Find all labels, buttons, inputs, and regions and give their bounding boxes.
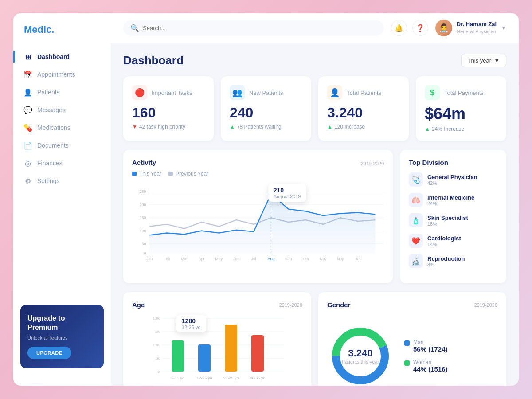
woman-value: 44% (1516) bbox=[413, 365, 448, 373]
donut-total: 3.240 bbox=[342, 348, 379, 359]
sidebar-item-appointments[interactable]: 📅 Appointments bbox=[13, 66, 111, 83]
svg-text:Oct: Oct bbox=[303, 257, 309, 261]
sidebar-item-settings[interactable]: ⚙ Settings bbox=[13, 172, 111, 190]
search-bar[interactable]: 🔍 bbox=[123, 20, 384, 36]
donut-label: 3.240 Patients this year bbox=[342, 348, 379, 364]
arrow-up-icon: ▲ bbox=[425, 126, 430, 132]
man-color-dot bbox=[404, 340, 410, 346]
content: Dashboard This year ▼ 🔴 Important Tasks … bbox=[111, 43, 519, 386]
sidebar-item-label: Appointments bbox=[37, 71, 75, 78]
woman-label: Woman bbox=[413, 359, 448, 365]
medications-icon: 💊 bbox=[24, 124, 32, 132]
main-area: 🔍 🔔 ❓ 👨‍⚕️ Dr. Hamam Zai General Physici… bbox=[111, 13, 519, 386]
arrow-down-icon: ▼ bbox=[132, 124, 137, 130]
sidebar-item-documents[interactable]: 📄 Documents bbox=[13, 137, 111, 154]
division-pct: 18% bbox=[427, 221, 468, 227]
total-patients-sub: ▲ 120 Increase bbox=[327, 124, 400, 130]
svg-text:46-65 yo: 46-65 yo bbox=[250, 376, 265, 380]
gender-item-man: Man 56% (1724) bbox=[404, 339, 448, 353]
sidebar-nav: ⊞ Dashboard 📅 Appointments 👤 Patients 💬 … bbox=[13, 48, 111, 298]
top-division-card: Top Division 🩺 General Physician 42% 🫁 I… bbox=[400, 150, 506, 283]
sidebar-item-finances[interactable]: ◎ Finances bbox=[13, 154, 111, 172]
donut-sub: Patients this year bbox=[342, 359, 379, 364]
legend-dot-this-year bbox=[132, 172, 137, 176]
skin-specialist-icon: 🧴 bbox=[409, 213, 423, 227]
important-tasks-label: Important Tasks bbox=[152, 90, 192, 96]
period-select[interactable]: This year ▼ bbox=[461, 54, 506, 67]
svg-text:150: 150 bbox=[140, 215, 146, 220]
period-label: This year bbox=[468, 57, 491, 64]
svg-text:250: 250 bbox=[140, 189, 146, 194]
upgrade-button[interactable]: UPGRADE bbox=[27, 347, 71, 359]
svg-text:2.5K: 2.5K bbox=[153, 317, 160, 321]
svg-text:12-25 yo: 12-25 yo bbox=[196, 376, 212, 380]
gender-year: 2019-2020 bbox=[474, 302, 497, 308]
total-patients-icon: 👤 bbox=[327, 85, 342, 100]
important-tasks-sub: ▼ 42 task high priority bbox=[132, 124, 205, 130]
activity-chart-card: Activity 2019-2020 This Year Previous Ye… bbox=[123, 150, 393, 283]
svg-text:Dec: Dec bbox=[354, 257, 361, 261]
sidebar-item-medications[interactable]: 💊 Medications bbox=[13, 119, 111, 137]
notifications-button[interactable]: 🔔 bbox=[391, 20, 407, 36]
sidebar-item-dashboard[interactable]: ⊞ Dashboard bbox=[13, 48, 111, 66]
age-title: Age bbox=[132, 301, 145, 309]
stat-card-total-payments: $ Total Payments $64m ▲ 24% Increase bbox=[416, 76, 506, 141]
bell-icon: 🔔 bbox=[395, 24, 403, 32]
division-item-internal: 🫁 Internal Medicine 24% bbox=[409, 193, 497, 207]
chart-legend: This Year Previous Year bbox=[132, 171, 384, 177]
new-patients-icon: 👥 bbox=[230, 85, 245, 100]
header: 🔍 🔔 ❓ 👨‍⚕️ Dr. Hamam Zai General Physici… bbox=[111, 13, 519, 43]
dashboard-icon: ⊞ bbox=[24, 53, 32, 61]
legend-dot-prev-year bbox=[168, 172, 173, 176]
stats-row: 🔴 Important Tasks 160 ▼ 42 task high pri… bbox=[123, 76, 506, 141]
patients-icon: 👤 bbox=[24, 88, 32, 96]
division-name: Reproduction bbox=[427, 255, 465, 262]
division-pct: 8% bbox=[427, 262, 465, 267]
svg-text:5-11 yo: 5-11 yo bbox=[171, 376, 184, 380]
top-division-title: Top Division bbox=[409, 159, 497, 166]
division-item-repro: 🔬 Reproduction 8% bbox=[409, 254, 497, 268]
user-name: Dr. Hamam Zai bbox=[457, 21, 497, 28]
svg-text:1K: 1K bbox=[155, 356, 160, 360]
division-pct: 14% bbox=[427, 242, 461, 247]
payments-icon: $ bbox=[425, 85, 440, 100]
age-year: 2019-2020 bbox=[279, 302, 302, 308]
chevron-down-icon: ▼ bbox=[494, 57, 500, 64]
header-icons: 🔔 ❓ bbox=[391, 20, 428, 36]
sidebar-item-patients[interactable]: 👤 Patients bbox=[13, 83, 111, 101]
total-patients-value: 3.240 bbox=[327, 105, 400, 121]
division-name: Cardiologist bbox=[427, 235, 461, 242]
svg-text:0: 0 bbox=[158, 370, 160, 374]
internal-medicine-icon: 🫁 bbox=[409, 193, 423, 207]
division-name: Skin Specialist bbox=[427, 215, 468, 221]
sidebar-item-messages[interactable]: 💬 Messages bbox=[13, 101, 111, 119]
user-text: Dr. Hamam Zai General Physician bbox=[457, 21, 497, 35]
upgrade-subtitle: Unlock all features bbox=[27, 335, 97, 340]
help-button[interactable]: ❓ bbox=[412, 20, 428, 36]
bar-46-65 bbox=[251, 335, 264, 372]
activity-svg: 250 200 150 100 50 0 bbox=[132, 182, 384, 262]
legend-previous-year: Previous Year bbox=[168, 171, 208, 177]
division-pct: 24% bbox=[427, 201, 474, 206]
avatar: 👨‍⚕️ bbox=[435, 20, 452, 36]
svg-text:1.5K: 1.5K bbox=[153, 343, 160, 347]
bar-12-25 bbox=[198, 344, 211, 372]
division-name: Internal Medicine bbox=[427, 194, 474, 201]
svg-text:0: 0 bbox=[144, 251, 146, 255]
svg-text:100: 100 bbox=[140, 229, 146, 233]
division-name: General Physician bbox=[427, 174, 477, 180]
svg-text:Jun: Jun bbox=[233, 257, 239, 261]
gender-chart-card: Gender 2019-2020 bbox=[318, 292, 506, 386]
general-physician-icon: 🩺 bbox=[409, 172, 423, 187]
payments-value: $64m bbox=[425, 105, 497, 123]
stat-card-total-patients: 👤 Total Patients 3.240 ▲ 120 Increase bbox=[318, 76, 409, 141]
user-profile[interactable]: 👨‍⚕️ Dr. Hamam Zai General Physician ▼ bbox=[435, 20, 506, 36]
age-chart-area: 1280 12-25 yo 2.5K 2K bbox=[132, 314, 302, 386]
stat-card-new-patients: 👥 New Patients 240 ▲ 78 Patients waiting bbox=[221, 76, 311, 141]
stat-card-important-tasks: 🔴 Important Tasks 160 ▼ 42 task high pri… bbox=[123, 76, 214, 141]
bottom-row: Age 2019-2020 1280 12-25 yo bbox=[123, 292, 506, 386]
search-input[interactable] bbox=[143, 25, 377, 31]
sidebar-item-label: Documents bbox=[37, 142, 69, 149]
gender-item-woman: Woman 44% (1516) bbox=[404, 359, 448, 373]
activity-title: Activity bbox=[132, 159, 156, 166]
